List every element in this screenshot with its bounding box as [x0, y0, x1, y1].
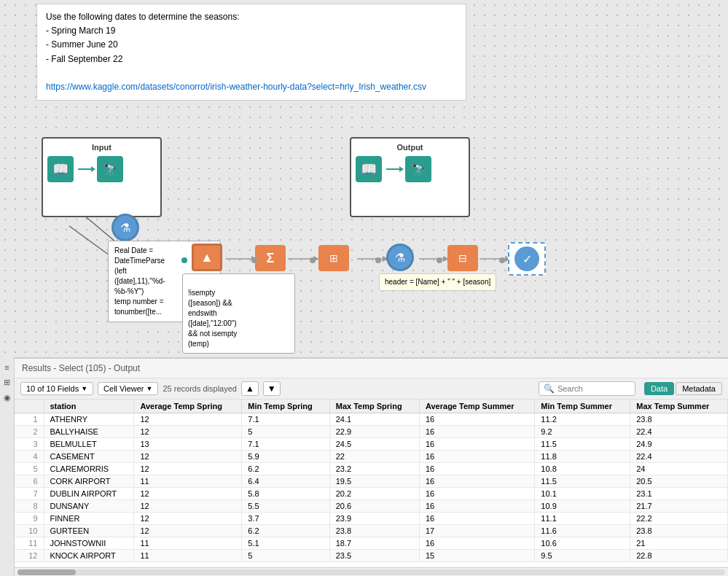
cell-record: 6: [15, 475, 44, 488]
col-max-spring[interactable]: Max Temp Spring: [329, 400, 419, 413]
cell-record: 7: [15, 488, 44, 500]
pivot-icon: ⊟: [458, 252, 467, 264]
cell-max-spring: 23.9: [329, 513, 419, 525]
scroll-down-button[interactable]: ▼: [263, 381, 281, 396]
scroll-up-button[interactable]: ▲: [241, 381, 259, 396]
dot-6: [499, 257, 505, 263]
cell-max-summer: 23.8: [630, 525, 728, 537]
cell-avg-summer: 16: [419, 463, 534, 475]
cell-max-spring: 24.5: [329, 438, 419, 451]
cell-avg-summer: 16: [419, 451, 534, 463]
cell-station: BELMULLET: [44, 438, 134, 451]
cell-avg-summer: 16: [419, 537, 534, 550]
cell-min-summer: 10.9: [535, 500, 630, 513]
cell-avg-summer: 16: [419, 438, 534, 451]
note-line-3: - Summer June 20: [46, 38, 457, 52]
filter-text: !isempty ([season]) && endswith ([date],…: [188, 289, 237, 348]
note-line-4: - Fall September 22: [46, 52, 457, 66]
cell-min-summer: 11.5: [535, 438, 630, 451]
select-icon: ⊞: [329, 252, 338, 264]
dot-3: [310, 257, 316, 263]
cell-max-spring: 23.5: [329, 550, 419, 562]
cell-min-spring: 3.7: [242, 513, 329, 525]
filter-circle[interactable]: ⚗: [386, 244, 414, 271]
cell-min-summer: 11.1: [535, 513, 630, 525]
table-row: 4 CASEMENT 12 5.9 22 16 11.8 22.4: [15, 451, 728, 463]
fields-label: 10 of 10 Fields: [26, 384, 79, 393]
cell-avg-spring: 12: [134, 513, 242, 525]
col-avg-summer[interactable]: Average Temp Summer: [419, 400, 534, 413]
data-tab[interactable]: Data: [644, 382, 674, 395]
cell-avg-spring: 13: [134, 438, 242, 451]
fields-button[interactable]: 10 of 10 Fields ▼: [20, 382, 93, 395]
cell-avg-spring: 12: [134, 525, 242, 537]
output-node[interactable]: ✓: [508, 242, 546, 276]
col-min-spring[interactable]: Min Temp Spring: [242, 400, 329, 413]
horizontal-scrollbar[interactable]: [15, 567, 728, 576]
col-avg-spring[interactable]: Average Temp Spring: [134, 400, 242, 413]
cell-min-summer: 9.5: [535, 550, 630, 562]
dot-2: [251, 257, 257, 263]
cell-min-summer: 11.8: [535, 451, 630, 463]
cell-max-summer: 21.7: [630, 500, 728, 513]
cell-avg-summer: 17: [419, 525, 534, 537]
sidebar-icon-1[interactable]: ≡: [4, 363, 9, 372]
cell-station: KNOCK AIRPORT: [44, 550, 134, 562]
cell-station: CORK AIRPORT: [44, 475, 134, 488]
cell-record: 10: [15, 525, 44, 537]
header-row: station Average Temp Spring Min Temp Spr…: [15, 400, 728, 413]
cell-record: 2: [15, 426, 44, 438]
cell-avg-summer: 16: [419, 500, 534, 513]
cell-avg-spring: 11: [134, 475, 242, 488]
cell-max-spring: 20.2: [329, 488, 419, 500]
tab-group: Data Metadata: [644, 382, 722, 395]
datetime-node[interactable]: ▲: [192, 244, 222, 271]
filter-node: !isempty ([season]) && endswith ([date],…: [182, 273, 295, 354]
sum-node[interactable]: Σ: [255, 245, 286, 271]
cell-viewer-button[interactable]: Cell Viewer ▼: [98, 382, 158, 395]
records-count: 25 records displayed: [163, 384, 237, 393]
cell-min-summer: 11.2: [535, 413, 630, 426]
scrollbar-thumb[interactable]: [17, 569, 76, 575]
cell-max-spring: 24.1: [329, 413, 419, 426]
col-min-summer[interactable]: Min Temp Summer: [535, 400, 630, 413]
metadata-tab[interactable]: Metadata: [676, 382, 722, 395]
cell-avg-summer: 16: [419, 513, 534, 525]
formula-text: Real Date = DateTimeParse (left ([date],…: [114, 246, 165, 316]
cell-max-summer: 24: [630, 463, 728, 475]
cell-viewer-caret: ▼: [146, 385, 153, 392]
cell-max-summer: 22.2: [630, 513, 728, 525]
data-table: station Average Temp Spring Min Temp Spr…: [15, 400, 728, 576]
cell-station: DUNSANY: [44, 500, 134, 513]
search-icon: 🔍: [544, 384, 555, 394]
cell-max-summer: 24.9: [630, 438, 728, 451]
cell-record: 5: [15, 463, 44, 475]
search-input[interactable]: [557, 384, 630, 393]
cell-record: 8: [15, 500, 44, 513]
cell-avg-summer: 16: [419, 488, 534, 500]
cell-max-summer: 22.4: [630, 451, 728, 463]
binoculars-icon-input: 🔭: [97, 156, 123, 182]
output-check-icon: ✓: [522, 252, 532, 266]
cell-min-spring: 5: [242, 426, 329, 438]
results-header: Results - Select (105) - Output: [15, 359, 728, 378]
cell-min-spring: 6.2: [242, 463, 329, 475]
col-max-summer[interactable]: Max Temp Summer: [630, 400, 728, 413]
cell-min-summer: 10.8: [535, 463, 630, 475]
col-station[interactable]: station: [44, 400, 134, 413]
cell-min-spring: 5: [242, 550, 329, 562]
cell-min-spring: 6.4: [242, 475, 329, 488]
sidebar-icon-3[interactable]: ◉: [4, 393, 11, 402]
cell-min-spring: 7.1: [242, 438, 329, 451]
input-box: Input 📖 🔭: [42, 137, 162, 217]
cell-max-spring: 23.2: [329, 463, 419, 475]
sidebar-icon-2[interactable]: ⊞: [4, 378, 10, 387]
formula-circle[interactable]: ⚗: [111, 214, 139, 241]
table-row: 5 CLAREMORRIS 12 6.2 23.2 16 10.8 24: [15, 463, 728, 475]
cell-station: DUBLIN AIRPORT: [44, 488, 134, 500]
results-table: station Average Temp Spring Min Temp Spr…: [15, 400, 728, 562]
pivot-node[interactable]: ⊟: [447, 245, 478, 271]
cell-max-summer: 22.8: [630, 550, 728, 562]
select-node[interactable]: ⊞: [318, 245, 349, 271]
cell-max-summer: 21: [630, 537, 728, 550]
